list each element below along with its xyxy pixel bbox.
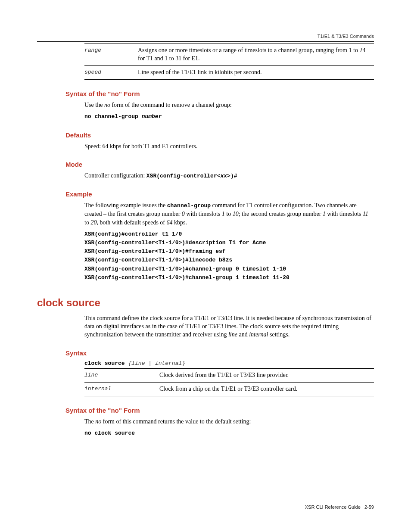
code: XSR(config-controller< (146, 173, 221, 179)
command-title-clock-source: clock source (37, 297, 374, 309)
emphasis: 10 (233, 211, 239, 217)
emphasis: no (104, 102, 110, 108)
param-name: range (84, 44, 138, 66)
heading-mode: Mode (65, 161, 374, 168)
footer-book: XSR CLI Reference Guide (305, 504, 361, 510)
no-form-code-2: no clock source (84, 429, 374, 438)
inline-code: channel-group (167, 202, 211, 209)
text: to (225, 211, 233, 217)
param-desc: Line speed of the T1/E1 link in kilobits… (138, 65, 374, 79)
emphasis: 64 (167, 219, 173, 226)
example-code: XSR(config)#controller t1 1/0 XSR(config… (84, 230, 374, 282)
param-name: speed (84, 65, 138, 79)
text: This command defines the clock source fo… (84, 315, 371, 338)
code-keyword: no channel-group (84, 113, 142, 120)
emphasis: no (95, 418, 101, 425)
heading-defaults: Defaults (65, 131, 374, 139)
code-arg: {line | internal} (125, 360, 185, 367)
code-keyword: clock source (84, 360, 125, 367)
param-name: line (84, 368, 159, 382)
emphasis: 11 (363, 211, 368, 217)
text: , both with default speeds of (97, 219, 166, 226)
page-footer: XSR CLI Reference Guide 2-59 (305, 504, 374, 510)
content-body: range Assigns one or more timeslots or a… (84, 44, 374, 438)
text: with timeslots (326, 211, 363, 217)
defaults-text: Speed: 64 kbps for both T1 and E1 contro… (84, 142, 374, 150)
param-desc: Clock derived from the T1/E1 or T3/E3 li… (159, 368, 374, 382)
text: to (84, 219, 90, 226)
emphasis: internal (249, 331, 268, 338)
no-form-code: no channel-group number (84, 112, 374, 121)
syntax-line: clock source {line | internal} (84, 360, 374, 367)
code-arg: xx (221, 173, 227, 179)
clock-source-intro: This command defines the clock source fo… (84, 314, 374, 339)
table-row: line Clock derived from the T1/E1 or T3/… (84, 368, 374, 382)
footer-page: 2-59 (364, 504, 374, 510)
code-arg: number (142, 113, 162, 120)
running-head: T1/E1 & T3/E3 Commands (37, 34, 374, 39)
syntax-no-text-2: The no form of this command returns the … (84, 417, 374, 426)
emphasis: 1 (323, 211, 326, 217)
heading-syntax-no-form: Syntax of the "no" Form (65, 90, 374, 97)
table-row: range Assigns one or more timeslots or a… (84, 44, 374, 66)
text: The following example issues the (84, 202, 167, 208)
code: >)# (227, 173, 237, 179)
syntax-no-form-text: Use the no form of the command to remove… (84, 101, 374, 109)
text: with timeslots (185, 211, 222, 217)
text: kbps. (173, 219, 187, 226)
table-row: internal Clock from a chip on the T1/E1 … (84, 382, 374, 396)
param-name: internal (84, 382, 159, 396)
parameter-table: range Assigns one or more timeslots or a… (84, 44, 374, 80)
emphasis: 1 (222, 211, 225, 217)
heading-example: Example (65, 190, 374, 198)
heading-syntax: Syntax (65, 349, 374, 357)
heading-syntax-no-form-2: Syntax of the "no" Form (65, 407, 374, 414)
text: form of the command to remove a channel … (110, 102, 232, 108)
emphasis: 0 (182, 211, 185, 217)
param-desc: Assigns one or more timeslots or a range… (138, 44, 374, 66)
text: ; the second creates group number (239, 211, 323, 217)
header-rule (37, 41, 374, 42)
emphasis: 20 (90, 219, 97, 226)
mode-text: Controller configuration: XSR(config-con… (84, 171, 374, 180)
text: Use the (84, 102, 104, 108)
param-desc: Clock from a chip on the T1/E1 or T3/E3 … (159, 382, 374, 396)
text: Controller configuration: (84, 172, 146, 179)
table-row: speed Line speed of the T1/E1 link in ki… (84, 65, 374, 79)
text: The (84, 418, 95, 425)
emphasis: line (228, 331, 237, 338)
text: form of this command returns the value t… (101, 418, 251, 425)
example-para: The following example issues the channel… (84, 201, 374, 227)
text: settings. (268, 331, 290, 338)
syntax-table: line Clock derived from the T1/E1 or T3/… (84, 368, 374, 396)
text: and (237, 331, 249, 338)
page: T1/E1 & T3/E3 Commands range Assigns one… (0, 0, 411, 532)
